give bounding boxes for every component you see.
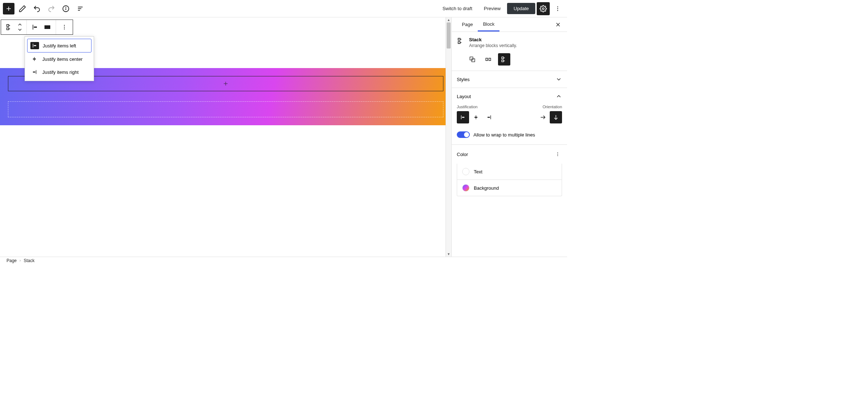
block-more-group: [56, 20, 73, 34]
svg-rect-14: [33, 25, 33, 29]
dropdown-justify-center[interactable]: Justify items center: [27, 52, 92, 66]
svg-rect-39: [462, 117, 464, 118]
svg-rect-34: [486, 58, 488, 61]
background-color-swatch: [462, 184, 469, 192]
dropdown-justify-left[interactable]: Justify items left: [27, 39, 92, 52]
panel-title: Styles: [457, 77, 469, 82]
document-info-button[interactable]: [59, 2, 72, 15]
undo-button[interactable]: [30, 2, 43, 15]
justify-right-icon: [30, 68, 39, 76]
toolbar-right-group: Switch to draft Preview Update: [437, 2, 564, 15]
orientation-vertical-button[interactable]: [550, 111, 562, 123]
svg-rect-42: [490, 115, 491, 119]
styles-panel-toggle[interactable]: Styles: [452, 71, 567, 88]
block-placeholder[interactable]: [8, 101, 443, 117]
scroll-down-arrow[interactable]: ▼: [446, 252, 451, 257]
svg-rect-41: [475, 117, 477, 118]
chevron-down-icon: [556, 76, 562, 83]
layout-panel-toggle[interactable]: Layout: [452, 88, 567, 105]
editor-scrollbar[interactable]: ▲ ▼: [446, 17, 451, 257]
orientation-horizontal-button[interactable]: [537, 111, 549, 123]
wrap-toggle-row: Allow to wrap to multiple lines: [452, 126, 567, 144]
styles-panel: Styles: [452, 71, 567, 88]
variation-group-button[interactable]: [466, 53, 478, 66]
breadcrumb-root[interactable]: Page: [7, 258, 17, 263]
tab-page[interactable]: Page: [457, 18, 478, 31]
block-description: Arrange blocks vertically.: [469, 43, 517, 48]
color-text-row[interactable]: Text: [457, 164, 562, 180]
color-panel-options-button[interactable]: [553, 150, 562, 159]
color-background-row[interactable]: Background: [457, 180, 562, 196]
layout-panel: Layout Justification: [452, 88, 567, 144]
variation-stack-button[interactable]: [498, 53, 510, 66]
justify-right-button[interactable]: [483, 111, 495, 123]
options-menu-button[interactable]: [551, 2, 564, 15]
svg-rect-36: [502, 57, 503, 59]
breadcrumb-current[interactable]: Stack: [24, 258, 34, 263]
justification-label: Justification: [457, 105, 495, 109]
move-down-button[interactable]: [16, 27, 24, 32]
panel-title: Color: [457, 152, 468, 157]
svg-point-8: [542, 8, 544, 9]
svg-rect-30: [458, 38, 460, 41]
stack-icon: [457, 37, 465, 48]
justify-center-button[interactable]: [470, 111, 482, 123]
switch-to-draft-button[interactable]: Switch to draft: [437, 3, 477, 14]
redo-button[interactable]: [45, 2, 58, 15]
breadcrumb-separator-icon: ›: [20, 258, 21, 262]
color-panel-header[interactable]: Color: [452, 145, 567, 164]
svg-rect-16: [44, 25, 50, 29]
chevron-up-icon: [556, 93, 562, 100]
color-row-label: Text: [474, 169, 482, 174]
dropdown-item-label: Justify items center: [42, 56, 82, 62]
svg-point-48: [557, 155, 558, 156]
move-up-button[interactable]: [16, 22, 24, 27]
scroll-thumb[interactable]: [447, 22, 451, 49]
color-panel: Color Text Background: [452, 144, 567, 196]
svg-point-10: [557, 8, 558, 9]
update-button[interactable]: Update: [507, 3, 535, 14]
svg-rect-13: [7, 28, 9, 30]
block-toolbar: [1, 20, 73, 35]
svg-rect-32: [470, 57, 473, 60]
block-type-button[interactable]: [3, 21, 16, 33]
svg-rect-33: [472, 59, 475, 62]
settings-button[interactable]: [537, 2, 550, 15]
justify-dropdown-menu: Justify items left Justify items center …: [25, 36, 94, 81]
justify-left-button[interactable]: [457, 111, 469, 123]
wrap-toggle[interactable]: [457, 131, 470, 138]
svg-rect-38: [461, 115, 461, 119]
justify-dropdown-button[interactable]: [29, 21, 41, 33]
svg-rect-15: [34, 26, 37, 28]
list-view-button[interactable]: [74, 2, 87, 15]
variation-row-button[interactable]: [482, 53, 494, 66]
dropdown-justify-right[interactable]: Justify items right: [27, 66, 92, 79]
svg-rect-23: [33, 59, 36, 60]
svg-point-47: [557, 154, 558, 155]
block-options-button[interactable]: [58, 21, 71, 33]
svg-point-46: [557, 152, 558, 153]
close-sidebar-button[interactable]: [553, 19, 563, 30]
breadcrumb: Page › Stack: [0, 257, 567, 264]
scroll-up-arrow[interactable]: ▲: [446, 17, 451, 22]
preview-button[interactable]: Preview: [479, 3, 506, 14]
toolbar-left-group: [3, 2, 87, 15]
dropdown-item-label: Justify items left: [43, 43, 76, 49]
svg-rect-12: [7, 25, 9, 27]
block-variations: [452, 52, 567, 71]
block-type-group: [1, 20, 27, 34]
justify-center-icon: [30, 55, 39, 63]
orientation-buttons: [537, 111, 562, 123]
justify-left-icon: [30, 42, 39, 49]
add-block-button[interactable]: [3, 3, 14, 14]
svg-rect-35: [489, 58, 491, 61]
edit-mode-button[interactable]: [16, 2, 29, 15]
svg-point-19: [64, 29, 65, 30]
svg-point-18: [64, 27, 65, 28]
tab-block[interactable]: Block: [478, 18, 499, 31]
svg-rect-21: [34, 45, 36, 46]
align-full-button[interactable]: [41, 21, 54, 33]
dropdown-item-label: Justify items right: [42, 70, 78, 75]
svg-rect-25: [33, 72, 35, 73]
svg-point-9: [557, 6, 558, 7]
